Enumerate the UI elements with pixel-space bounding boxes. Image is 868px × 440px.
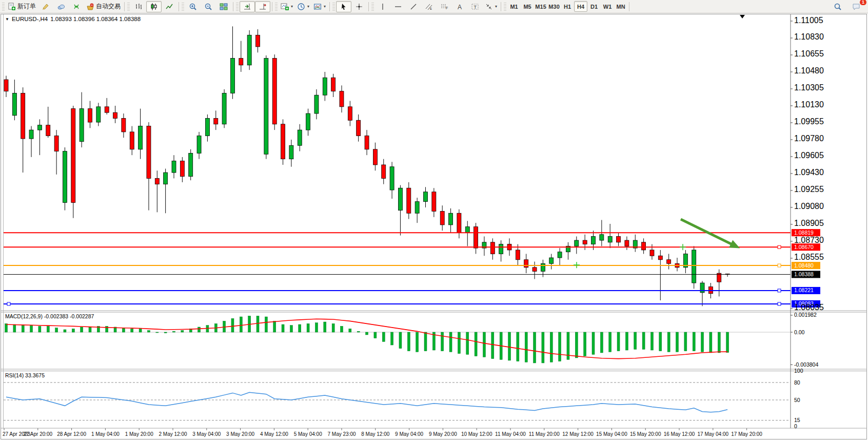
candle-body xyxy=(172,161,176,173)
toolbar-group-handle[interactable] xyxy=(2,3,5,11)
candle-body xyxy=(432,192,436,212)
toolbar-group-handle[interactable] xyxy=(504,3,506,11)
line-handle[interactable] xyxy=(778,245,781,248)
macd-histogram-bar xyxy=(38,326,41,332)
toolbar-group-handle[interactable] xyxy=(332,3,335,11)
line-chart-icon xyxy=(165,3,173,11)
macd-histogram-bar xyxy=(265,317,267,332)
arrows-button[interactable]: ▾ xyxy=(483,1,499,12)
cloud-button[interactable] xyxy=(53,1,69,12)
macd-histogram-bar xyxy=(424,332,427,351)
macd-histogram-bar xyxy=(72,329,74,332)
timeframe-button-m5[interactable]: M5 xyxy=(521,1,534,12)
macd-histogram-bar xyxy=(231,318,234,332)
zoom-out-icon xyxy=(204,3,212,11)
candle-body xyxy=(314,95,319,113)
macd-histogram-bar xyxy=(659,332,662,351)
macd-histogram-bar xyxy=(693,332,695,351)
auto-scroll-button[interactable] xyxy=(240,1,255,12)
line-handle[interactable] xyxy=(778,264,781,267)
macd-histogram-bar xyxy=(349,329,351,332)
trendline-icon xyxy=(409,3,418,11)
candle-body xyxy=(415,202,419,214)
macd-histogram-bar xyxy=(147,331,150,332)
macd-histogram-bar xyxy=(391,332,393,345)
candle-body xyxy=(180,161,184,176)
crosshair-button[interactable] xyxy=(351,1,367,12)
candlestick-icon xyxy=(150,3,158,11)
signal-icon xyxy=(72,3,81,11)
candle-body xyxy=(617,237,621,242)
timeframe-button-m30[interactable]: M30 xyxy=(547,1,561,12)
macd-histogram-bar xyxy=(399,332,402,349)
candle-body xyxy=(440,212,444,225)
toolbar-group-handle[interactable] xyxy=(275,3,278,11)
zoom-in-button[interactable] xyxy=(185,1,201,12)
timeframe-button-h4[interactable]: H4 xyxy=(574,1,587,12)
time-tick-label: 28 Apr 12:00 xyxy=(57,431,86,437)
trendline-button[interactable] xyxy=(406,1,421,12)
timeframe-button-m1[interactable]: M1 xyxy=(507,1,521,12)
candle-body xyxy=(96,107,101,122)
toolbar-group-handle[interactable] xyxy=(371,3,374,11)
channel-button[interactable]: E xyxy=(421,1,437,12)
zoom-out-button[interactable] xyxy=(201,1,216,12)
auto-scroll-icon xyxy=(243,3,251,11)
caret-down-icon: ▾ xyxy=(324,4,326,9)
cloud-icon xyxy=(57,3,65,11)
candle-body xyxy=(357,120,361,136)
signal-button[interactable] xyxy=(69,1,84,12)
rsi-axis-label: 50 xyxy=(794,397,800,403)
auto-trading-button[interactable]: 自动交易 xyxy=(84,1,123,12)
text-label-button[interactable]: T xyxy=(467,1,483,12)
candle-body xyxy=(600,235,604,240)
candle-body xyxy=(558,252,562,258)
time-tick-label: 17 May 04:00 xyxy=(697,431,728,437)
candle-body xyxy=(340,91,344,107)
periods-button[interactable]: ▾ xyxy=(295,1,311,12)
arrows-icon xyxy=(485,3,493,11)
candlestick-button[interactable] xyxy=(146,1,162,12)
candle-body xyxy=(583,240,587,244)
candle-body xyxy=(139,126,143,149)
fibonacci-button[interactable]: F xyxy=(437,1,452,12)
timeframe-button-mn[interactable]: MN xyxy=(614,1,627,12)
toolbar-group-handle[interactable] xyxy=(127,3,130,11)
price-line-label: 1.08221 xyxy=(794,287,814,293)
timeframe-button-d1[interactable]: D1 xyxy=(587,1,601,12)
line-handle[interactable] xyxy=(778,289,781,292)
macd-histogram-bar xyxy=(475,332,477,356)
horizontal-line-button[interactable] xyxy=(390,1,406,12)
toolbar-group-handle[interactable] xyxy=(182,3,184,11)
indicators-button[interactable]: ▾ xyxy=(279,1,295,12)
tile-windows-button[interactable] xyxy=(216,1,231,12)
candle-body xyxy=(147,126,151,179)
toolbar-separator xyxy=(272,2,272,11)
line-chart-button[interactable] xyxy=(162,1,177,12)
paint-button[interactable] xyxy=(38,1,53,12)
cursor-icon xyxy=(340,3,348,11)
bar-chart-button[interactable] xyxy=(131,1,146,12)
timeframe-button-h1[interactable]: H1 xyxy=(561,1,574,12)
macd-histogram-bar xyxy=(332,323,334,332)
candle-body xyxy=(37,125,42,130)
line-handle[interactable] xyxy=(778,302,781,305)
text-button[interactable]: A xyxy=(452,1,467,12)
macd-histogram-bar xyxy=(416,332,419,352)
time-tick-label: 11 May 20:00 xyxy=(529,431,560,437)
chart-canvas[interactable]: 1.088191.086701.084801.083881.082211.080… xyxy=(0,0,868,440)
search-button[interactable] xyxy=(830,1,845,12)
templates-button[interactable]: ▾ xyxy=(311,1,328,12)
toolbar-group-handle[interactable] xyxy=(236,3,239,11)
macd-histogram-bar xyxy=(55,328,58,332)
timeframe-button-w1[interactable]: W1 xyxy=(601,1,614,12)
candle-body xyxy=(247,35,251,65)
vertical-line-button[interactable] xyxy=(375,1,390,12)
cursor-button[interactable] xyxy=(336,1,351,12)
chat-button[interactable]: 1 xyxy=(849,1,864,12)
line-handle[interactable] xyxy=(7,302,10,305)
new-order-button[interactable]: 新订单 xyxy=(6,1,38,12)
macd-histogram-bar xyxy=(22,326,24,332)
timeframe-button-m15[interactable]: M15 xyxy=(534,1,547,12)
chart-shift-button[interactable] xyxy=(255,1,270,12)
